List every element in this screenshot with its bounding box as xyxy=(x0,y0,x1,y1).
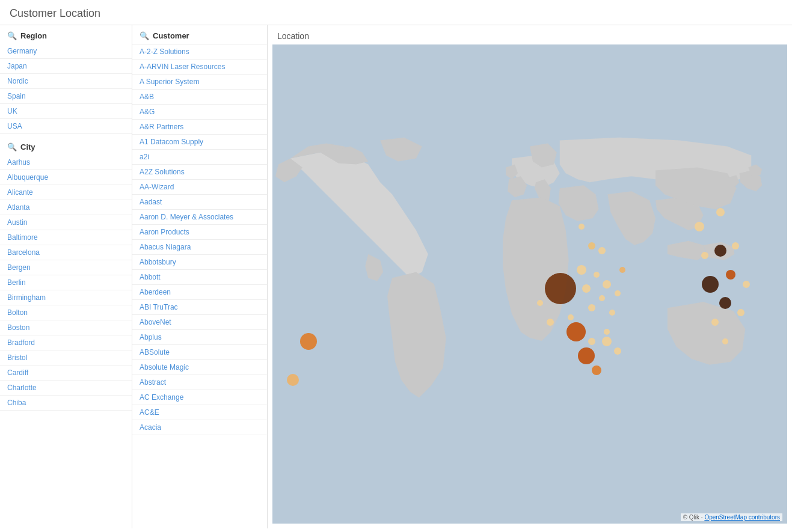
customer-item[interactable]: A1 Datacom Supply xyxy=(132,135,267,150)
region-item[interactable]: UK xyxy=(0,104,132,119)
city-search-icon[interactable]: 🔍 xyxy=(7,142,17,151)
customer-item[interactable]: A&R Partners xyxy=(132,120,267,135)
customer-section-header: 🔍 Customer xyxy=(132,25,267,44)
customer-item[interactable]: Abbotsbury xyxy=(132,255,267,270)
city-item[interactable]: Cardiff xyxy=(0,365,132,381)
customer-item[interactable]: AC Exchange xyxy=(132,390,267,405)
city-item[interactable]: Baltimore xyxy=(0,230,132,245)
city-item[interactable]: Austin xyxy=(0,215,132,230)
city-item[interactable]: Birmingham xyxy=(0,290,132,305)
city-item[interactable]: Barcelona xyxy=(0,245,132,260)
customer-item[interactable]: A&B xyxy=(132,90,267,105)
region-item[interactable]: Spain xyxy=(0,89,132,104)
world-map-svg xyxy=(272,44,787,524)
right-panel: Location xyxy=(268,25,792,528)
customer-item[interactable]: A Superior System xyxy=(132,75,267,90)
city-list: AarhusAlbuquerqueAlicanteAtlantaAustinBa… xyxy=(0,155,132,411)
customer-item[interactable]: Aaron Products xyxy=(132,225,267,240)
city-item[interactable]: Atlanta xyxy=(0,200,132,215)
customer-search-icon[interactable]: 🔍 xyxy=(140,31,149,40)
customer-item[interactable]: A-2-Z Solutions xyxy=(132,44,267,60)
region-item[interactable]: Germany xyxy=(0,44,132,59)
city-item[interactable]: Alicante xyxy=(0,185,132,200)
customer-item[interactable]: Abacus Niagara xyxy=(132,240,267,255)
region-list: GermanyJapanNordicSpainUKUSA xyxy=(0,44,132,134)
customer-item[interactable]: Abstract xyxy=(132,375,267,390)
customer-item[interactable]: Acacia xyxy=(132,420,267,435)
customer-item[interactable]: A&G xyxy=(132,105,267,120)
customer-item[interactable]: Abbott xyxy=(132,270,267,285)
customer-item[interactable]: ABSolute xyxy=(132,345,267,360)
map-title: Location xyxy=(268,25,792,44)
page-title: Customer Location xyxy=(0,0,792,25)
customer-item[interactable]: Aberdeen xyxy=(132,285,267,300)
left-panel: 🔍 Region GermanyJapanNordicSpainUKUSA 🔍 … xyxy=(0,25,132,528)
customer-item[interactable]: ABI TruTrac xyxy=(132,300,267,315)
region-label: Region xyxy=(20,31,47,40)
customer-item[interactable]: a2i xyxy=(132,150,267,165)
customer-item[interactable]: Absolute Magic xyxy=(132,360,267,375)
openstreetmap-link[interactable]: OpenStreetMap contributors xyxy=(704,514,780,521)
city-item[interactable]: Bradford xyxy=(0,335,132,350)
customer-label: Customer xyxy=(153,31,189,40)
city-item[interactable]: Albuquerque xyxy=(0,170,132,185)
customer-list: A-2-Z SolutionsA-ARVIN Laser ResourcesA … xyxy=(132,44,267,435)
region-section-header: 🔍 Region xyxy=(0,25,132,44)
customer-item[interactable]: A-ARVIN Laser Resources xyxy=(132,60,267,75)
region-item[interactable]: Japan xyxy=(0,59,132,74)
city-item[interactable]: Bergen xyxy=(0,260,132,275)
city-item[interactable]: Charlotte xyxy=(0,381,132,396)
city-label: City xyxy=(20,142,35,151)
customer-item[interactable]: Abplus xyxy=(132,330,267,345)
customer-item[interactable]: Aadast xyxy=(132,195,267,210)
customer-item[interactable]: AA-Wizard xyxy=(132,180,267,195)
customer-item[interactable]: Aaron D. Meyer & Associates xyxy=(132,210,267,225)
region-item[interactable]: USA xyxy=(0,119,132,134)
city-item[interactable]: Chiba xyxy=(0,396,132,411)
city-section-header: 🔍 City xyxy=(0,136,132,155)
customer-item[interactable]: A2Z Solutions xyxy=(132,165,267,180)
customer-item[interactable]: AC&E xyxy=(132,405,267,420)
customer-item[interactable]: AboveNet xyxy=(132,315,267,330)
middle-panel: 🔍 Customer A-2-Z SolutionsA-ARVIN Laser … xyxy=(132,25,268,528)
city-item[interactable]: Boston xyxy=(0,320,132,335)
region-item[interactable]: Nordic xyxy=(0,74,132,89)
city-item[interactable]: Berlin xyxy=(0,275,132,290)
city-item[interactable]: Aarhus xyxy=(0,155,132,170)
map-attribution: © Qlik · OpenStreetMap contributors xyxy=(681,513,782,521)
city-item[interactable]: Bolton xyxy=(0,305,132,320)
city-item[interactable]: Bristol xyxy=(0,350,132,365)
map-container[interactable]: © Qlik · OpenStreetMap contributors xyxy=(272,44,787,524)
region-search-icon[interactable]: 🔍 xyxy=(7,31,17,40)
